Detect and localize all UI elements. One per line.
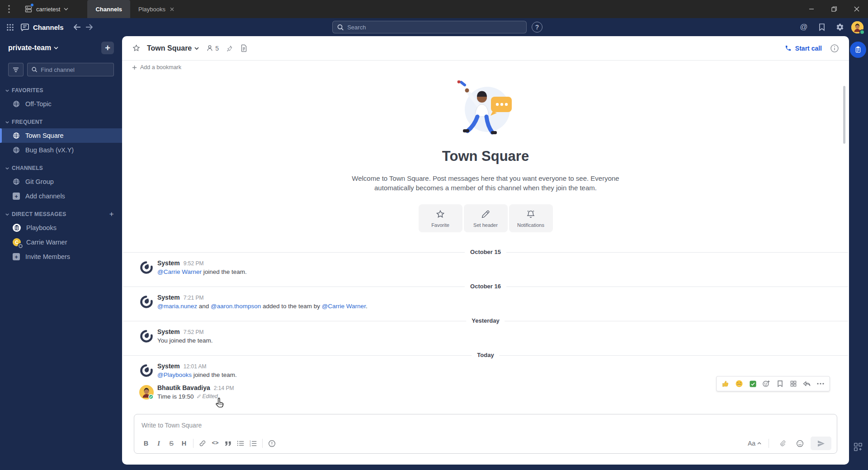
thumbsup-reaction-button[interactable] [720, 378, 731, 389]
maximize-button[interactable] [823, 0, 845, 18]
mention-link[interactable]: @Carrie Warner [157, 268, 202, 275]
app-marketplace-icon[interactable] [853, 442, 863, 452]
close-tab-icon[interactable] [170, 7, 174, 11]
date-divider: Today [122, 351, 849, 360]
reply-icon[interactable] [802, 378, 812, 389]
chevron-down-icon [194, 47, 199, 50]
settings-gear-icon[interactable] [833, 20, 847, 34]
tab-playbooks[interactable]: Playbooks [130, 0, 182, 18]
post-timestamp: 2:14 PM [214, 385, 234, 391]
message-priority-icon[interactable] [265, 437, 278, 450]
minimize-button[interactable] [800, 0, 823, 18]
save-post-icon[interactable] [774, 378, 785, 389]
sidebar-item-add-channels[interactable]: + Add channels [0, 189, 122, 203]
post-bhautik[interactable]: Bhautik Bavadiya 2:14 PM Time is 19:50Ed… [122, 381, 849, 403]
unread-dot [30, 3, 34, 7]
channel-info-icon[interactable] [830, 44, 839, 53]
checkmark-reaction-button[interactable] [747, 378, 758, 389]
mention-link[interactable]: @maria.nunez [157, 303, 197, 310]
channel-filter-icon[interactable] [8, 63, 24, 76]
message-list-scrollbar[interactable] [843, 86, 845, 144]
globe-icon [13, 100, 20, 108]
search-box[interactable] [332, 21, 527, 33]
grin-reaction-button[interactable] [734, 378, 745, 389]
message-composer[interactable]: B I S H <> 123 Aa [134, 414, 837, 454]
post-system-3[interactable]: System 7:52 PM You joined the team. [122, 325, 849, 347]
set-header-button[interactable]: Set header [464, 204, 508, 232]
playbooks-app-button[interactable] [850, 42, 866, 58]
message-input[interactable] [142, 422, 830, 429]
pinned-posts-icon[interactable] [226, 45, 233, 52]
mention-link[interactable]: @aaron.thompson [211, 303, 261, 310]
italic-button[interactable]: I [152, 437, 165, 450]
search-input[interactable] [347, 24, 522, 31]
post-system-1[interactable]: System 9:52 PM @Carrie Warner joined the… [122, 257, 849, 278]
mention-link[interactable]: @Carrie Warner [322, 303, 366, 310]
more-actions-icon[interactable] [815, 378, 826, 389]
app-menu-icon[interactable] [0, 5, 18, 13]
section-direct-messages[interactable]: DIRECT MESSAGES + [0, 208, 122, 221]
post-timestamp: 7:21 PM [184, 295, 204, 301]
sidebar-item-off-topic[interactable]: Off-Topic [0, 97, 122, 111]
bullet-list-button[interactable] [234, 437, 247, 450]
bold-button[interactable]: B [140, 437, 152, 450]
history-forward-icon[interactable] [85, 24, 94, 31]
sidebar-item-playbooks-bot[interactable]: Playbooks [0, 221, 122, 235]
emoji-picker-icon[interactable] [793, 437, 806, 450]
help-icon[interactable]: ? [532, 22, 542, 33]
post-system-2[interactable]: System 7:21 PM @maria.nunez and @aaron.t… [122, 291, 849, 313]
chevron-down-icon [5, 89, 9, 92]
code-button[interactable]: <> [209, 437, 222, 450]
edited-indicator: Edited [197, 393, 218, 400]
section-channels[interactable]: CHANNELS [0, 162, 122, 174]
sidebar-item-carrie-warner[interactable]: C Carrie Warner [0, 235, 122, 249]
section-frequent[interactable]: FREQUENT [0, 116, 122, 128]
favorite-channel-button[interactable]: Favorite [419, 204, 462, 232]
formatting-toggle-button[interactable]: Aa [748, 440, 761, 447]
playbooks-bot-icon [13, 224, 21, 232]
tab-channels[interactable]: Channels [87, 0, 130, 18]
user-avatar[interactable] [851, 21, 863, 33]
post-author[interactable]: Bhautik Bavadiya [157, 384, 210, 391]
quote-button[interactable] [222, 437, 234, 450]
bhautik-avatar[interactable] [139, 385, 154, 400]
close-window-button[interactable] [845, 0, 868, 18]
add-dm-icon[interactable]: + [109, 210, 117, 219]
add-bookmark-button[interactable]: Add a bookmark [122, 61, 849, 74]
link-button[interactable] [196, 437, 209, 450]
team-menu[interactable]: private-team [8, 44, 58, 52]
add-channel-button[interactable]: + [101, 42, 114, 54]
heading-button[interactable]: H [178, 437, 190, 450]
numbered-list-button[interactable]: 123 [247, 437, 259, 450]
find-channel-input[interactable] [41, 66, 109, 73]
apps-actions-icon[interactable] [788, 378, 799, 389]
send-message-button[interactable] [811, 437, 831, 450]
notifications-button[interactable]: Notifications [509, 204, 553, 232]
section-favorites[interactable]: FAVORITES [0, 84, 122, 97]
start-call-button[interactable]: Start call [785, 45, 822, 52]
post-text: Time is 19:50Edited [157, 393, 750, 400]
sidebar-item-bug-bash[interactable]: Bug Bash (vX.Y) [0, 143, 122, 157]
sidebar-item-git-group[interactable]: Git Group [0, 174, 122, 189]
attach-file-icon[interactable] [776, 437, 789, 450]
post-author: System [157, 362, 180, 370]
channel-files-icon[interactable] [241, 44, 247, 52]
mentions-icon[interactable]: @ [797, 20, 811, 34]
favorite-star-icon[interactable] [132, 44, 141, 52]
post-text: @maria.nunez and @aaron.thompson added t… [157, 303, 750, 310]
mention-link[interactable]: @Playbooks [157, 371, 192, 378]
channel-name-menu[interactable]: Town Square [147, 44, 199, 52]
sidebar-item-town-square[interactable]: Town Square [0, 128, 122, 143]
post-author: System [157, 328, 180, 335]
sidebar-item-invite-members[interactable]: + Invite Members [0, 249, 122, 264]
product-switcher-icon[interactable] [6, 24, 14, 31]
strikethrough-button[interactable]: S [165, 437, 178, 450]
plus-icon: + [13, 253, 20, 260]
server-selector[interactable]: carrietest [18, 0, 75, 18]
members-count-button[interactable]: 5 [206, 44, 219, 52]
history-back-icon[interactable] [73, 24, 81, 31]
saved-posts-icon[interactable] [815, 20, 829, 34]
add-reaction-icon[interactable] [761, 378, 772, 389]
find-channel-box[interactable] [27, 63, 114, 76]
channel-intro-illustration [449, 80, 522, 138]
